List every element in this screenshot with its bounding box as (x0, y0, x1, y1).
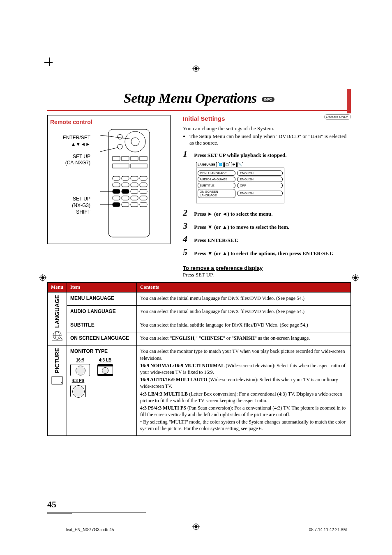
step-2: 2 Press ► (or ◄) to select the menu. (183, 207, 351, 218)
svg-rect-50 (140, 203, 147, 207)
mi-169: 16:9 (70, 357, 90, 377)
title-underline (47, 110, 351, 111)
osl-pre: You can select " (140, 335, 172, 341)
osl-post: " as the on-screen language. (255, 335, 310, 341)
screen-tab-picture-icon: ▢ (224, 162, 230, 167)
initial-intro: You can change the settings of the Syste… (183, 125, 351, 132)
screen-val: ENGLISH (237, 177, 283, 182)
screen-tab-language: LANGUAGE (196, 162, 217, 167)
svg-rect-29 (113, 164, 129, 168)
side-picture: PICTURE (48, 345, 67, 435)
registration-mark-left (39, 274, 46, 281)
page-number-bar (47, 512, 146, 514)
screen-key: ON SCREEN LANGUAGE (198, 189, 235, 198)
svg-point-21 (118, 134, 122, 139)
content-audio-language: You can select the initial audio languag… (137, 306, 351, 319)
mi-43ps-label: 4:3 PS (72, 378, 85, 383)
svg-rect-33 (131, 176, 138, 180)
tv-icon-169 (70, 364, 90, 376)
svg-rect-27 (131, 157, 138, 161)
tv-icon-43lb (97, 364, 113, 376)
svg-rect-30 (131, 164, 147, 168)
initial-heading: Initial Settings Remote ONLY (183, 115, 351, 123)
remote-only-badge: Remote ONLY (324, 114, 351, 120)
svg-rect-38 (140, 183, 147, 187)
svg-rect-46 (140, 196, 147, 200)
osl-english: ENGLISH (172, 335, 194, 341)
page-title-text: Setup Menu Operations (124, 90, 257, 106)
svg-rect-31 (113, 176, 120, 180)
step-4-text: Press ENTER/SET. (194, 237, 238, 243)
label-setup1-sub: (CA-NXG7) (50, 160, 90, 166)
item-monitor-type: MONITOR TYPE 16:9 4:3 LB (67, 345, 137, 435)
globe-icon (51, 330, 63, 341)
content-menu-language: You can select the initial menu language… (137, 292, 351, 306)
content-monitor-type: You can select the monitor type to match… (137, 345, 351, 435)
item-monitor-type-label: MONITOR TYPE (70, 348, 108, 354)
side-picture-label: PICTURE (53, 348, 61, 373)
label-setup2: SET UP (50, 196, 90, 202)
side-language: LANGUAGE (48, 292, 67, 345)
label-setup1: SET UP (50, 154, 90, 160)
screen-tab-speaker-icon: 🕪 (231, 162, 237, 167)
step-4-num: 4 (183, 234, 190, 244)
footer-left: text_EN_NXG7G3.indb 45 (66, 527, 114, 532)
settings-table: Menu Item Contents LANGUAGE MENU LANGUAG… (47, 282, 351, 436)
osl-mid2: " or " (223, 335, 234, 341)
th-contents: Contents (137, 283, 351, 292)
svg-point-22 (118, 144, 122, 149)
th-item: Item (67, 283, 137, 292)
registration-mark-top (192, 65, 200, 72)
svg-rect-44 (122, 196, 129, 200)
footer: text_EN_NXG7G3.indb 45 08.7.14 11:42:21 … (66, 527, 347, 532)
step-5-num: 5 (183, 247, 190, 258)
footer-right: 08.7.14 11:42:21 AM (309, 527, 347, 532)
svg-rect-49 (131, 203, 138, 207)
mi-43ps: 4:3 PS (70, 378, 86, 397)
label-shift: SHIFT (50, 210, 90, 215)
svg-point-3 (195, 67, 198, 70)
remove-heading: To remove a preference display (183, 265, 351, 271)
step-3-text: Press ▼ (or ▲) to move to select the ite… (194, 224, 289, 230)
screen-key: AUDIO LANGUAGE (198, 177, 235, 182)
item-subtitle: SUBTITLE (67, 319, 137, 332)
step-2-num: 2 (183, 207, 190, 218)
svg-rect-28 (140, 157, 147, 161)
svg-rect-48 (122, 203, 129, 207)
svg-rect-34 (140, 176, 147, 180)
initial-bullet-list: The Setup Menu can be used only when "DV… (183, 133, 351, 146)
svg-rect-43 (113, 196, 120, 200)
side-language-label: LANGUAGE (53, 295, 61, 328)
svg-rect-59 (52, 377, 62, 384)
screen-val: OFF (237, 183, 283, 188)
remote-control-box: Remote control ENTER/SET ▲▼◄► SET UP (CA… (47, 115, 171, 244)
svg-rect-18 (108, 129, 150, 237)
info-badge: INFO (262, 97, 275, 102)
table-row: PICTURE MONITOR TYPE 16:9 4:3 LB (48, 345, 351, 435)
svg-line-24 (100, 147, 118, 152)
screen-key: SUBTITLE (198, 183, 235, 188)
table-row: SUBTITLE You can select the initial subt… (48, 319, 351, 332)
step-1-num: 1 (183, 149, 190, 159)
svg-rect-45 (131, 196, 138, 200)
osl-chinese: CHINESE (201, 335, 223, 341)
table-row: ON SCREEN LANGUAGE You can select "ENGLI… (48, 332, 351, 345)
svg-rect-25 (113, 157, 120, 161)
initial-bullet: The Setup Menu can be used only when "DV… (189, 133, 351, 146)
svg-rect-51 (113, 189, 120, 193)
title-wrap: Setup Menu Operations INFO (47, 90, 351, 111)
table-row: AUDIO LANGUAGE You can select the initia… (48, 306, 351, 319)
tv-icon-43ps (70, 385, 86, 397)
label-enter-set: ENTER/SET (50, 135, 90, 141)
svg-point-7 (42, 276, 44, 279)
step-3: 3 Press ▼ (or ▲) to move to select the i… (183, 221, 351, 231)
label-arrows: ▲▼◄► (50, 142, 90, 147)
screen-tab-globe-icon: 🌐 (218, 162, 224, 167)
step-1: 1 Press SET UP while playback is stopped… (183, 149, 351, 159)
svg-rect-36 (122, 183, 129, 187)
svg-rect-37 (131, 183, 138, 187)
table-row: LANGUAGE MENU LANGUAGE You can select th… (48, 292, 351, 306)
mi-43lb: 4:3 LB (97, 357, 113, 377)
svg-line-23 (100, 135, 132, 139)
initial-heading-text: Initial Settings (183, 115, 225, 122)
